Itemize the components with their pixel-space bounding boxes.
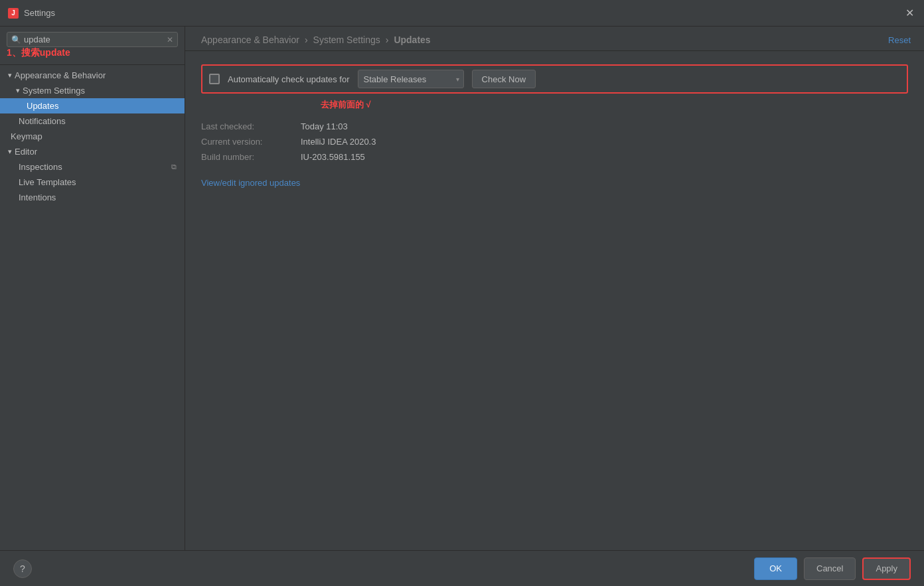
search-icon: 🔍	[11, 35, 21, 44]
main-content: 🔍 ✕ 1、搜索update ▾ Appearance & Behavior ▾…	[0, 27, 924, 550]
right-panel: Appearance & Behavior › System Settings …	[185, 27, 924, 550]
last-checked-label: Last checked:	[201, 121, 301, 131]
last-checked-value: Today 11:03	[301, 121, 348, 131]
copy-icon: ⧉	[171, 163, 177, 171]
search-bar: 🔍 ✕ 1、搜索update	[0, 27, 185, 65]
window-title: Settings	[24, 8, 55, 18]
sidebar-item-keymap[interactable]: Keymap	[0, 129, 185, 144]
last-checked-row: Last checked: Today 11:03	[201, 121, 908, 131]
chevron-down-icon: ▾	[456, 76, 459, 83]
sidebar-item-label: Notifications	[19, 116, 66, 126]
build-number-value: IU-203.5981.155	[301, 152, 365, 162]
sidebar-item-label: Keymap	[11, 131, 42, 141]
breadcrumb-part-3: Updates	[394, 35, 430, 45]
breadcrumb-part-1: Appearance & Behavior	[201, 35, 299, 45]
sidebar: 🔍 ✕ 1、搜索update ▾ Appearance & Behavior ▾…	[0, 27, 185, 550]
breadcrumb: Appearance & Behavior › System Settings …	[198, 35, 433, 45]
sidebar-item-system-settings[interactable]: ▾ System Settings	[0, 83, 185, 98]
search-input-wrap: 🔍 ✕	[7, 32, 178, 47]
app-icon: J	[8, 8, 19, 19]
panel-body: Automatically check updates for Stable R…	[185, 51, 924, 550]
search-clear-button[interactable]: ✕	[167, 35, 173, 44]
settings-window: J Settings ✕ 🔍 ✕ 1、搜索update ▾ Appearance…	[0, 0, 924, 586]
sidebar-item-label: Live Templates	[19, 177, 76, 187]
annotation-remove-checkmark: 去掉前面的 √	[321, 99, 908, 111]
arrow-icon: ▾	[8, 71, 12, 80]
reset-link[interactable]: Reset	[888, 35, 911, 45]
search-annotation: 1、搜索update	[7, 47, 178, 59]
sidebar-item-notifications[interactable]: Notifications	[0, 113, 185, 129]
current-version-value: IntelliJ IDEA 2020.3	[301, 137, 376, 147]
breadcrumb-separator-2: ›	[386, 35, 389, 45]
sidebar-item-label: Appearance & Behavior	[15, 70, 106, 80]
ok-button[interactable]: OK	[754, 557, 797, 580]
sidebar-tree: ▾ Appearance & Behavior ▾ System Setting…	[0, 65, 185, 550]
update-channel-dropdown[interactable]: Stable Releases ▾	[358, 70, 464, 88]
cancel-button[interactable]: Cancel	[804, 557, 856, 580]
sidebar-item-label: System Settings	[23, 86, 85, 96]
apply-button[interactable]: Apply	[862, 557, 911, 580]
current-version-label: Current version:	[201, 137, 301, 147]
dropdown-value: Stable Releases	[364, 74, 427, 84]
sidebar-item-label: Updates	[27, 101, 58, 111]
auto-update-label: Automatically check updates for	[228, 74, 350, 84]
build-number-label: Build number:	[201, 152, 301, 162]
current-version-row: Current version: IntelliJ IDEA 2020.3	[201, 137, 908, 147]
sidebar-item-appearance-behavior[interactable]: ▾ Appearance & Behavior	[0, 68, 185, 83]
sidebar-item-editor[interactable]: ▾ Editor	[0, 144, 185, 159]
title-bar: J Settings ✕	[0, 0, 924, 27]
sidebar-item-label: Editor	[15, 147, 37, 157]
bottom-bar: ? OK Cancel Apply	[0, 550, 924, 586]
sidebar-item-label: Inspections	[19, 162, 62, 172]
sidebar-item-inspections[interactable]: Inspections ⧉	[0, 159, 185, 175]
arrow-icon: ▾	[16, 86, 20, 95]
close-button[interactable]: ✕	[903, 7, 916, 20]
build-number-row: Build number: IU-203.5981.155	[201, 152, 908, 162]
panel-header: Appearance & Behavior › System Settings …	[185, 27, 924, 51]
sidebar-item-live-templates[interactable]: Live Templates	[0, 175, 185, 190]
sidebar-item-updates[interactable]: Updates	[0, 98, 185, 113]
check-now-button[interactable]: Check Now	[472, 70, 536, 88]
sidebar-item-label: Intentions	[19, 192, 56, 202]
breadcrumb-part-2: System Settings	[313, 35, 380, 45]
breadcrumb-separator-1: ›	[305, 35, 308, 45]
auto-update-row: Automatically check updates for Stable R…	[201, 64, 908, 94]
view-ignored-updates-link[interactable]: View/edit ignored updates	[201, 178, 300, 188]
arrow-icon: ▾	[8, 147, 12, 156]
sidebar-item-intentions[interactable]: Intentions	[0, 190, 185, 205]
auto-update-checkbox[interactable]	[209, 74, 220, 84]
help-button[interactable]: ?	[13, 559, 32, 578]
search-input[interactable]	[24, 35, 143, 44]
